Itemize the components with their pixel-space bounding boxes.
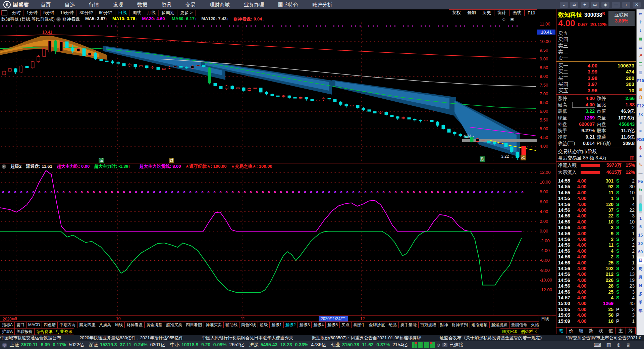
chat-icon[interactable]: ◒ xyxy=(560,2,568,8)
quote-tab-价[interactable]: 价 xyxy=(567,327,577,334)
kline-icon[interactable]: ▥ xyxy=(606,342,611,348)
chart-corner-icons[interactable]: ◇ ▣ xyxy=(502,17,516,21)
tab-暴涨牛[interactable]: 暴涨牛 xyxy=(352,321,367,328)
index-quote-中小[interactable]: 中小10318.9 -9.20 -0.09%2652亿 xyxy=(170,342,249,348)
maximize-icon[interactable]: ＋ xyxy=(622,2,630,8)
sidebar-item-年[interactable]: 年 xyxy=(637,307,644,315)
tab-MACD[interactable]: MACD xyxy=(26,321,42,328)
tab-火焰山[interactable]: 火焰山 xyxy=(529,321,539,328)
sidebar-item-ƒx[interactable]: ƒx xyxy=(637,110,644,118)
tab-超级2[interactable]: 超级2 xyxy=(284,321,298,328)
tab-超级[interactable]: 超级 xyxy=(258,321,270,328)
tab-百万波段[interactable]: 百万波段 xyxy=(419,321,438,328)
favorite-icon[interactable]: ✦ xyxy=(581,2,589,8)
sidebar-item-—[interactable]: — xyxy=(637,169,644,177)
target-icon[interactable]: ⊕ xyxy=(616,342,621,348)
menu-item-国盛特色[interactable]: 国盛特色 xyxy=(271,2,305,8)
timeframe-月线[interactable]: 月线 xyxy=(144,10,159,16)
tab-神准买卖[interactable]: 神准买卖 xyxy=(204,321,224,328)
index-quote-创业[interactable]: 创业3150.78 -11.62 -0.37%2154亿 xyxy=(331,342,412,348)
sidebar-item-15[interactable]: 15 xyxy=(637,231,644,239)
toolbar-button-历史[interactable]: 历史 xyxy=(479,9,494,16)
quote-tab-势[interactable]: 势 xyxy=(586,327,596,334)
sidebar-item-周[interactable]: 周 xyxy=(637,265,644,273)
toolbar-button-统计[interactable]: 统计 xyxy=(494,9,509,16)
sidebar-item-5[interactable]: 5 xyxy=(637,222,644,231)
timeframe-5分钟[interactable]: 5分钟 xyxy=(41,10,57,16)
sidebar-item-多[interactable]: 多 xyxy=(637,290,644,298)
toolbar-button-叠加[interactable]: 叠加 xyxy=(464,9,479,16)
tab-超级1[interactable]: 超级1 xyxy=(270,321,284,328)
settings-icon[interactable]: ⇄ xyxy=(570,2,578,8)
sidebar-item-30[interactable]: 30 xyxy=(637,239,644,248)
tab-换手量能[interactable]: 换手量能 xyxy=(399,321,419,328)
monitor-icon[interactable]: ▭ xyxy=(591,2,599,8)
sidebar-item-F10[interactable]: F10 xyxy=(637,77,644,85)
sidebar-item-F5[interactable]: F5 xyxy=(637,177,644,186)
tab-财神看盘[interactable]: 财神看盘 xyxy=(125,321,145,328)
quote-tab-主[interactable]: 主 xyxy=(616,327,626,334)
minimize-icon[interactable]: — xyxy=(612,2,620,8)
sidebar-item-⇓[interactable]: ⇓ xyxy=(637,26,644,35)
tab-两色K线[interactable]: 两色K线 xyxy=(239,321,258,328)
scrollbar-thumb[interactable] xyxy=(639,203,642,211)
timeframe-周线[interactable]: 周线 xyxy=(130,10,144,16)
close-icon[interactable]: ✕ xyxy=(633,2,641,8)
sidebar-item-N[interactable]: N xyxy=(637,282,644,290)
tab-侧边栏《[interactable]: 侧边栏《 xyxy=(519,328,539,335)
layout-icon[interactable] xyxy=(1,10,7,15)
quote-tab-细[interactable]: 细 xyxy=(576,327,586,334)
sidebar-item-⇑[interactable]: ⇑ xyxy=(637,18,644,26)
sidebar-item-60[interactable]: 60 xyxy=(637,248,644,256)
menu-item-首页[interactable]: 首页 xyxy=(34,2,58,8)
timeframe-更多 >[interactable]: 更多 > xyxy=(177,10,196,16)
tab-扩展A[interactable]: 扩展A xyxy=(0,328,15,335)
timeframe-分时[interactable]: 分时 xyxy=(9,10,24,16)
tab-麟龙四里[interactable]: 麟龙四里 xyxy=(77,321,97,328)
sidebar-item-≈[interactable]: ≈ xyxy=(637,127,644,135)
menu-item-业务办理[interactable]: 业务办理 xyxy=(237,2,271,8)
timeframe-30分钟[interactable]: 30分钟 xyxy=(77,10,96,16)
menu-item-资讯[interactable]: 资讯 xyxy=(154,2,178,8)
sidebar-item-▦[interactable]: ▦ xyxy=(637,35,644,43)
sidebar-item-＋[interactable]: ＋ xyxy=(637,152,644,160)
keyboard-icon[interactable]: ⌨ xyxy=(594,342,601,348)
tab-综合资讯[interactable]: 综合资讯 xyxy=(35,328,54,335)
tab-指标A[interactable]: 指标A xyxy=(0,321,15,328)
sidebar-item-月[interactable]: 月 xyxy=(637,273,644,282)
tab-量能信号[interactable]: 量能信号 xyxy=(509,321,529,328)
quote-tab-筹[interactable]: 筹 xyxy=(626,327,636,334)
sidebar-item-⇐[interactable]: ⇐ xyxy=(637,9,644,18)
chevron-down-icon[interactable]: ∨ xyxy=(2,164,6,169)
tab-均线[interactable]: 均线 xyxy=(113,321,125,328)
timeframe-多周期[interactable]: 多周期 xyxy=(159,10,177,16)
tab-追涨逃顶[interactable]: 追涨逃顶 xyxy=(470,321,490,328)
sidebar-item-⊞[interactable]: ⊞ xyxy=(637,85,644,93)
tab-窗口[interactable]: 窗口 xyxy=(15,321,26,328)
menu-item-行情[interactable]: 行情 xyxy=(82,2,106,8)
menu-item-自选[interactable]: 自选 xyxy=(58,2,82,8)
skin-icon[interactable]: ◈ xyxy=(601,2,609,8)
tab-行业资讯[interactable]: 行业资讯 xyxy=(54,328,74,335)
menu-item-交易[interactable]: 交易 xyxy=(178,2,203,8)
menu-item-数据[interactable]: 数据 xyxy=(130,2,154,8)
sidebar-item-○[interactable]: ○ xyxy=(637,118,644,127)
sidebar-item-↻[interactable]: ↻ xyxy=(637,186,644,194)
tab-辅助线[interactable]: 辅助线 xyxy=(224,321,239,328)
scrollbar[interactable] xyxy=(639,195,642,213)
sidebar-item-$[interactable]: $ xyxy=(637,144,644,152)
trophy-icon[interactable]: ♕ xyxy=(626,342,631,348)
sidebar-item-日[interactable]: 日 xyxy=(637,257,644,264)
tab-买点[interactable]: 买点 xyxy=(340,321,352,328)
sidebar-item-≣[interactable]: ≣ xyxy=(637,68,644,77)
tab-四目看图[interactable]: 四目看图 xyxy=(184,321,204,328)
sidebar-item-▤[interactable]: ▤ xyxy=(637,43,644,51)
menu-item-账户分析[interactable]: 账户分析 xyxy=(305,2,339,8)
tab-四色谱[interactable]: 四色谱 xyxy=(42,321,58,328)
tab-金牌抄底[interactable]: 金牌抄底 xyxy=(367,321,387,328)
tab-超级5[interactable]: 超级5 xyxy=(326,321,340,328)
index-quote-上证[interactable]: 上证3570.11 -6.09 -0.17%5022亿 xyxy=(10,342,89,348)
tab-绝品[interactable]: 绝品 xyxy=(387,321,399,328)
indicator-chart[interactable]: ××××××××××××××××××××××××××××××××××××××××… xyxy=(0,169,537,315)
tab-关联报价[interactable]: 关联报价 xyxy=(15,328,35,335)
